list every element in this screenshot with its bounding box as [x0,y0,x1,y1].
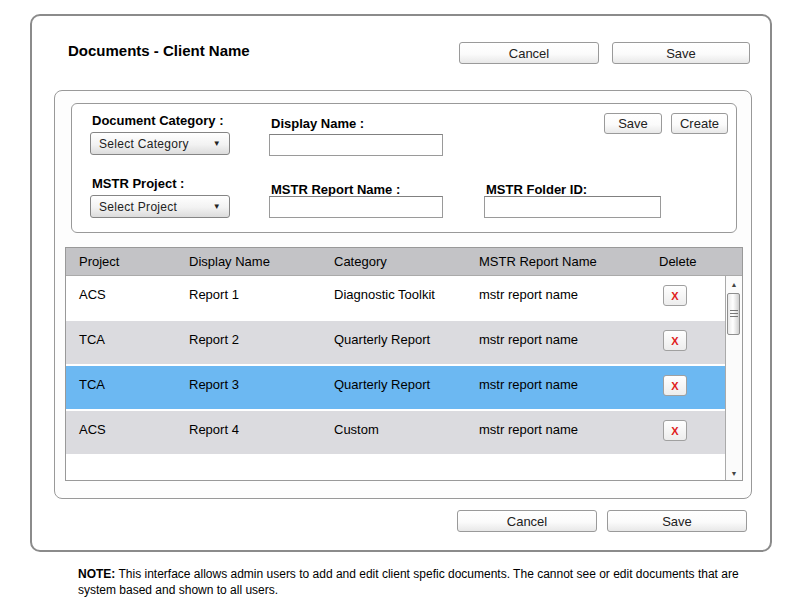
display-name-label: Display Name : [271,116,364,131]
table-header: Project Display Name Category MSTR Repor… [66,248,742,276]
documents-panel: Document Category : Select Category ▼ Di… [54,90,752,499]
table-row[interactable]: ACS Report 1 Diagnostic Toolkit mstr rep… [66,276,726,319]
delete-button[interactable]: X [663,420,687,441]
cell-display-name: Report 1 [189,287,239,302]
cell-display-name: Report 2 [189,332,239,347]
document-category-label: Document Category : [92,113,223,128]
cell-mstr-report-name: mstr report name [479,332,578,347]
cell-project: ACS [79,422,106,437]
delete-button[interactable]: X [663,330,687,351]
page-title: Documents - Client Name [68,42,250,59]
scroll-thumb-grip [730,310,738,318]
documents-dialog: Documents - Client Name Cancel Save Docu… [30,14,772,552]
note-body: This interface allows admin users to add… [78,567,739,597]
cell-mstr-report-name: mstr report name [479,287,578,302]
table-row[interactable]: TCA Report 2 Quarterly Report mstr repor… [66,321,726,364]
table-row-selected[interactable]: TCA Report 3 Quarterly Report mstr repor… [66,366,726,409]
table-body: ACS Report 1 Diagnostic Toolkit mstr rep… [66,276,726,456]
header-mstr-report-name: MSTR Report Name [479,254,597,269]
cell-mstr-report-name: mstr report name [479,377,578,392]
table-row[interactable]: ACS Report 4 Custom mstr report name X [66,411,726,454]
scrollbar[interactable]: ▲ ▼ [725,276,742,481]
category-select-value: Select Category [99,137,189,151]
document-form: Document Category : Select Category ▼ Di… [71,103,737,233]
header-display-name: Display Name [189,254,270,269]
documents-table: Project Display Name Category MSTR Repor… [65,247,743,481]
mstr-report-name-input[interactable] [269,196,443,218]
scroll-up-button[interactable]: ▲ [726,277,742,291]
save-button-bottom[interactable]: Save [607,510,747,532]
delete-button[interactable]: X [663,285,687,306]
project-select-value: Select Project [99,200,177,214]
scroll-thumb[interactable] [727,293,740,335]
category-select[interactable]: Select Category ▼ [90,132,230,155]
cell-display-name: Report 3 [189,377,239,392]
project-select[interactable]: Select Project ▼ [90,195,230,218]
cell-project: TCA [79,377,105,392]
cell-display-name: Report 4 [189,422,239,437]
note-label: NOTE: [78,567,115,581]
header-category: Category [334,254,387,269]
cell-category: Quarterly Report [334,332,430,347]
header-delete: Delete [659,254,697,269]
cancel-button-bottom[interactable]: Cancel [457,510,597,532]
delete-button[interactable]: X [663,375,687,396]
cell-project: ACS [79,287,106,302]
cell-category: Diagnostic Toolkit [334,287,435,302]
mstr-project-label: MSTR Project : [92,176,184,191]
scroll-down-button[interactable]: ▼ [726,466,742,480]
chevron-down-icon: ▼ [213,140,221,148]
cancel-button-top[interactable]: Cancel [459,42,599,64]
note-text: NOTE: This interface allows admin users … [78,566,778,598]
mstr-folder-id-input[interactable] [484,196,661,218]
save-button-top[interactable]: Save [612,42,750,64]
mstr-report-name-label: MSTR Report Name : [271,182,400,197]
chevron-down-icon: ▼ [213,203,221,211]
cell-mstr-report-name: mstr report name [479,422,578,437]
cell-category: Custom [334,422,379,437]
mstr-folder-id-label: MSTR Folder ID: [486,182,587,197]
form-create-button[interactable]: Create [671,113,728,134]
cell-project: TCA [79,332,105,347]
display-name-input[interactable] [269,134,443,156]
cell-category: Quarterly Report [334,377,430,392]
form-save-button[interactable]: Save [604,113,662,134]
header-project: Project [79,254,119,269]
